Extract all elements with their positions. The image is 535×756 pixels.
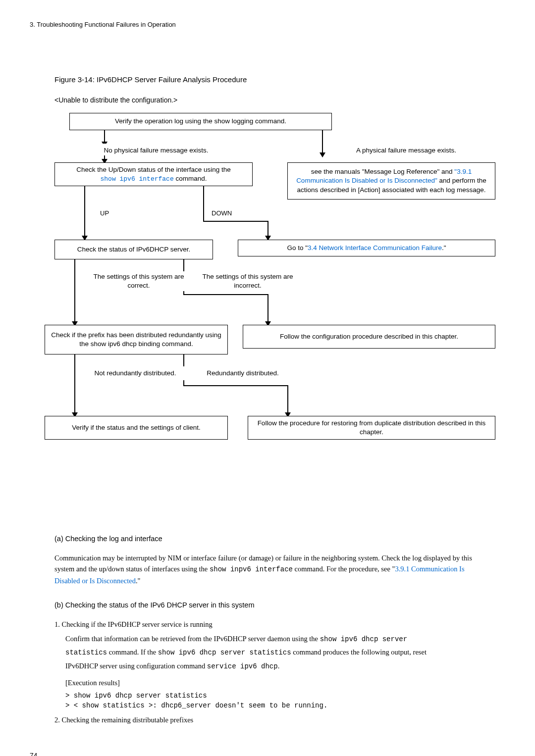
figure-subtitle: <Unable to distribute the configuration.… xyxy=(54,95,505,105)
arrow-line xyxy=(74,354,75,415)
body-text: Confirm that information can be retrieve… xyxy=(65,635,320,643)
body-text: . xyxy=(278,662,280,670)
flowchart-box-check-prefix: Check if the prefix has been distributed… xyxy=(45,325,228,354)
flowchart-box-see-manuals: see the manuals "Message Log Reference" … xyxy=(287,162,495,200)
flowchart-label-settings-incorrect: The settings of this system are incorrec… xyxy=(196,271,300,291)
flowchart-box-goto-network-failure: Go to "3.4 Network Interface Communicati… xyxy=(238,240,495,256)
execution-results-label: [Execution results] xyxy=(65,677,481,688)
flowchart-label-physical-exists: A physical failure message exists. xyxy=(337,144,476,157)
arrow-line xyxy=(183,294,268,295)
arrow-line xyxy=(203,186,204,221)
page-number: 74 xyxy=(30,751,505,756)
arrow-line xyxy=(203,221,268,222)
figure-title: Figure 3-14: IPv6DHCP Server Failure Ana… xyxy=(54,74,505,86)
section-b-heading: (b) Checking the status of the IPv6 DHCP… xyxy=(54,600,505,611)
section-a-paragraph: Communication may be interrupted by NIM … xyxy=(54,553,481,587)
flowchart-label-not-redundant: Not redundantly distributed. xyxy=(83,366,187,380)
page-header: 3. Troubleshooting Functional Failures i… xyxy=(30,20,505,30)
section-a-heading: (a) Checking the log and interface xyxy=(54,534,505,545)
arrow-line xyxy=(268,294,268,324)
body-text: ." xyxy=(136,577,141,585)
arrow-line xyxy=(183,385,288,386)
command-text: show ipv6 dhcp server statistics xyxy=(158,649,291,656)
flowchart-box-check-dhcp-status: Check the status of IPv6DHCP server. xyxy=(54,240,213,259)
flowchart-box-check-interface: Check the Up/Down status of the interfac… xyxy=(54,162,253,186)
box-text: ." xyxy=(442,244,446,252)
list-body: Confirm that information can be retrieve… xyxy=(65,633,481,645)
body-text: command produces the following output, r… xyxy=(291,648,427,656)
body-text: command. If the xyxy=(107,648,158,656)
flowchart-box-follow-restore: Follow the procedure for restoring from … xyxy=(248,416,495,440)
list-item-1: 1. Checking if the IPv6DHCP server servi… xyxy=(54,619,481,630)
flowchart-box-verify-log: Verify the operation log using the show … xyxy=(69,113,332,130)
arrow-line xyxy=(74,259,75,324)
arrow-head-icon xyxy=(320,152,325,157)
label-up: UP xyxy=(99,208,110,218)
box-text: command. xyxy=(174,175,207,182)
list-body: statistics command. If the show ipv6 dhc… xyxy=(65,647,481,658)
box-text: Check the Up/Down status of the interfac… xyxy=(76,166,230,173)
box-text: see the manuals "Message Log Reference" … xyxy=(311,168,455,175)
body-text: IPv6DHCP server using configuration comm… xyxy=(65,662,207,670)
command-text: statistics xyxy=(65,649,107,656)
command-text: service ipv6 dhcp xyxy=(207,662,278,670)
flowchart-label-redundant: Redundantly distributed. xyxy=(196,366,290,380)
list-body: IPv6DHCP server using configuration comm… xyxy=(65,660,481,672)
body-text: command. For the procedure, see " xyxy=(293,565,395,573)
list-item-2: 2. Checking the remaining distributable … xyxy=(54,714,481,725)
flowchart-label-no-physical: No physical failure message exists. xyxy=(84,144,228,157)
box-text: Go to " xyxy=(287,244,308,252)
flowchart-diagram: Verify the operation log using the show … xyxy=(30,113,505,519)
command-text: show ipv6 dhcp server xyxy=(320,635,407,643)
command-text: show ipv6 interface xyxy=(100,175,173,183)
arrow-line xyxy=(322,130,323,155)
label-down: DOWN xyxy=(211,208,233,218)
arrow-line xyxy=(84,186,85,238)
flowchart-box-verify-client: Verify if the status and the settings of… xyxy=(45,416,228,440)
code-block: > show ipv6 dhcp server statistics > < s… xyxy=(65,691,505,710)
code-line: > < show statistics >: dhcp6_server does… xyxy=(65,702,327,709)
link-text: 3.4 Network Interface Communication Fail… xyxy=(308,244,442,252)
code-line: > show ipv6 dhcp server statistics xyxy=(65,692,207,700)
flowchart-label-settings-correct: The settings of this system are correct. xyxy=(87,271,191,291)
flowchart-box-follow-config: Follow the configuration procedure descr… xyxy=(243,325,495,349)
command-text: show inpv6 interface xyxy=(210,565,293,573)
arrow-line xyxy=(287,385,288,415)
